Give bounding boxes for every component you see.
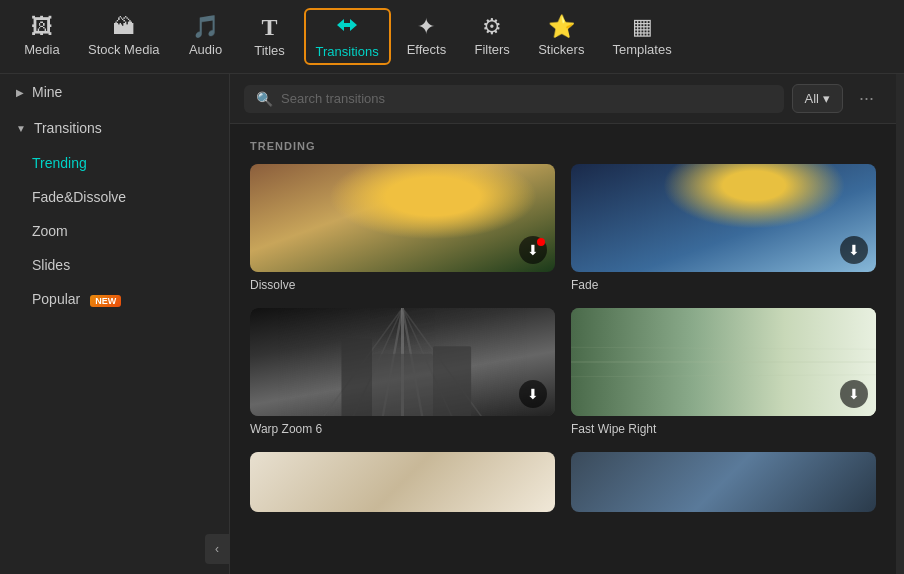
thumbnail-partial-2 xyxy=(571,452,876,512)
titles-icon: T xyxy=(262,15,278,39)
download-fade-button[interactable]: ⬇ xyxy=(840,236,868,264)
section-label: TRENDING xyxy=(250,140,876,152)
thumbnail-item-partial-1[interactable] xyxy=(250,452,555,512)
thumbnail-warp-label: Warp Zoom 6 xyxy=(250,422,555,436)
nav-label-audio: Audio xyxy=(189,42,222,57)
sidebar: ▶ Mine ▼ Transitions Trending Fade&Disso… xyxy=(0,74,230,574)
nav-item-effects[interactable]: ✦ Effects xyxy=(395,10,459,63)
sidebar-collapse-button[interactable]: ‹ xyxy=(205,534,229,564)
templates-icon: ▦ xyxy=(632,16,653,38)
nav-item-audio[interactable]: 🎵 Audio xyxy=(176,10,236,63)
thumbnail-partial-1 xyxy=(250,452,555,512)
sidebar-header-mine[interactable]: ▶ Mine xyxy=(0,74,229,110)
thumbnail-item-dissolve[interactable]: ⬇ Dissolve xyxy=(250,164,555,292)
svg-rect-8 xyxy=(342,339,373,417)
content-area: 🔍 All ▾ ··· TRENDING ⬇ Dissolve xyxy=(230,74,896,574)
audio-icon: 🎵 xyxy=(192,16,219,38)
scroll-track[interactable] xyxy=(896,74,904,574)
search-input[interactable] xyxy=(281,91,772,106)
sidebar-transitions-label: Transitions xyxy=(34,120,102,136)
transitions-arrow-icon: ▼ xyxy=(16,123,26,134)
nav-item-templates[interactable]: ▦ Templates xyxy=(600,10,683,63)
download-fast-wipe-button[interactable]: ⬇ xyxy=(840,380,868,408)
sidebar-fade-dissolve-label: Fade&Dissolve xyxy=(32,189,126,205)
nav-label-stickers: Stickers xyxy=(538,42,584,57)
main-area: ▶ Mine ▼ Transitions Trending Fade&Disso… xyxy=(0,74,904,574)
thumbnail-fast-wipe: ⬇ xyxy=(571,308,876,416)
filter-dropdown[interactable]: All ▾ xyxy=(792,84,843,113)
more-options-button[interactable]: ··· xyxy=(851,84,882,113)
nav-item-stock-media[interactable]: 🏔 Stock Media xyxy=(76,10,172,63)
grid-content: TRENDING ⬇ Dissolve ⬇ Fade xyxy=(230,124,896,574)
thumbnail-dissolve: ⬇ xyxy=(250,164,555,272)
filter-label: All xyxy=(805,91,819,106)
nav-item-transitions[interactable]: Transitions xyxy=(304,8,391,65)
sidebar-item-trending[interactable]: Trending xyxy=(0,146,229,180)
sidebar-item-slides[interactable]: Slides xyxy=(0,248,229,282)
thumbnail-item-warp-zoom[interactable]: ⬇ Warp Zoom 6 xyxy=(250,308,555,436)
sidebar-item-fade-dissolve[interactable]: Fade&Dissolve xyxy=(0,180,229,214)
download-dissolve-button[interactable]: ⬇ xyxy=(519,236,547,264)
sidebar-slides-label: Slides xyxy=(32,257,70,273)
search-input-wrap: 🔍 xyxy=(244,85,784,113)
nav-item-stickers[interactable]: ⭐ Stickers xyxy=(526,10,596,63)
nav-item-filters[interactable]: ⚙ Filters xyxy=(462,10,522,63)
sidebar-item-zoom[interactable]: Zoom xyxy=(0,214,229,248)
thumbnail-item-partial-2[interactable] xyxy=(571,452,876,512)
mine-arrow-icon: ▶ xyxy=(16,87,24,98)
filter-chevron-icon: ▾ xyxy=(823,91,830,106)
sidebar-zoom-label: Zoom xyxy=(32,223,68,239)
nav-label-effects: Effects xyxy=(407,42,447,57)
nav-item-media[interactable]: 🖼 Media xyxy=(12,10,72,63)
thumbnail-item-fade[interactable]: ⬇ Fade xyxy=(571,164,876,292)
sidebar-popular-label: Popular xyxy=(32,291,80,307)
stock-media-icon: 🏔 xyxy=(113,16,135,38)
svg-rect-9 xyxy=(433,346,471,416)
thumbnail-dissolve-label: Dissolve xyxy=(250,278,555,292)
sidebar-mine-label: Mine xyxy=(32,84,62,100)
sidebar-trending-label: Trending xyxy=(32,155,87,171)
collapse-icon: ‹ xyxy=(215,542,219,556)
nav-label-stock-media: Stock Media xyxy=(88,42,160,57)
nav-label-transitions: Transitions xyxy=(316,44,379,59)
nav-label-filters: Filters xyxy=(474,42,509,57)
thumbnail-item-fast-wipe[interactable]: ⬇ Fast Wipe Right xyxy=(571,308,876,436)
stickers-icon: ⭐ xyxy=(548,16,575,38)
new-badge: NEW xyxy=(90,295,121,307)
effects-icon: ✦ xyxy=(417,16,435,38)
filters-icon: ⚙ xyxy=(482,16,502,38)
thumbnail-fade: ⬇ xyxy=(571,164,876,272)
svg-rect-7 xyxy=(372,354,433,416)
nav-label-templates: Templates xyxy=(612,42,671,57)
nav-label-titles: Titles xyxy=(254,43,285,58)
thumbnail-fast-wipe-label: Fast Wipe Right xyxy=(571,422,876,436)
sidebar-section-transitions: ▼ Transitions Trending Fade&Dissolve Zoo… xyxy=(0,110,229,316)
top-nav: 🖼 Media 🏔 Stock Media 🎵 Audio T Titles T… xyxy=(0,0,904,74)
sidebar-section-mine: ▶ Mine xyxy=(0,74,229,110)
media-icon: 🖼 xyxy=(31,16,53,38)
search-icon: 🔍 xyxy=(256,91,273,107)
download-warp-button[interactable]: ⬇ xyxy=(519,380,547,408)
thumbnail-warp-zoom: ⬇ xyxy=(250,308,555,416)
nav-item-titles[interactable]: T Titles xyxy=(240,9,300,64)
search-bar: 🔍 All ▾ ··· xyxy=(230,74,896,124)
transitions-icon xyxy=(334,14,360,40)
nav-label-media: Media xyxy=(24,42,59,57)
sidebar-header-transitions[interactable]: ▼ Transitions xyxy=(0,110,229,146)
sidebar-item-popular[interactable]: Popular NEW xyxy=(0,282,229,316)
thumbnails-grid: ⬇ Dissolve ⬇ Fade xyxy=(250,164,876,512)
thumbnail-fade-label: Fade xyxy=(571,278,876,292)
